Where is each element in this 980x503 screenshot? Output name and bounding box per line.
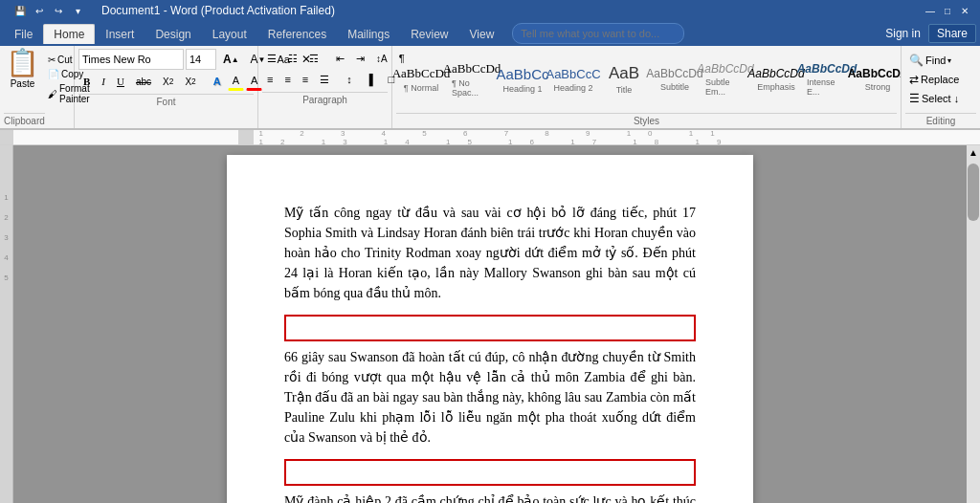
style-subtle-em-preview: AaBbCcDd: [697, 62, 753, 76]
subscript-button[interactable]: X2: [158, 74, 178, 90]
tell-me-input[interactable]: [512, 23, 684, 44]
style-subtitle-preview: AaBbCcDd: [646, 67, 702, 80]
scroll-up-arrow[interactable]: ▲: [967, 145, 980, 160]
style-title[interactable]: AaB Title: [599, 58, 649, 100]
page-content[interactable]: Mỹ tấn công ngay từ đầu và sau vài cơ hộ…: [284, 203, 696, 503]
tab-references[interactable]: References: [257, 24, 337, 44]
document-area: Mỹ tấn công ngay từ đầu và sau vài cơ hộ…: [13, 145, 967, 503]
empty-box-1[interactable]: [284, 315, 696, 341]
editing-section: 🔍 Find ▾ ⇄ Replace ☰ Select ↓ Editing: [902, 46, 980, 128]
numbering-btn[interactable]: ☷: [283, 50, 302, 68]
paste-button[interactable]: 📋 Paste: [4, 48, 41, 111]
font-name-input[interactable]: [78, 49, 184, 70]
document-page: Mỹ tấn công ngay từ đầu và sau vài cơ hộ…: [227, 155, 753, 503]
para-row2: ≡ ≡ ≡ ☰ ↕ ▌ □: [262, 70, 388, 89]
tab-review[interactable]: Review: [400, 24, 458, 44]
justify-btn[interactable]: ☰: [315, 71, 334, 89]
ribbon-tabs: File Home Insert Design Layout Reference…: [4, 24, 504, 44]
tab-file[interactable]: File: [4, 24, 43, 44]
style-no-spacing-preview: AaBbCcDd: [443, 61, 501, 77]
main-area: 12345 Mỹ tấn công ngay từ đầu và sau vài…: [0, 145, 980, 503]
multilevel-btn[interactable]: ☶: [304, 50, 323, 68]
align-left-btn[interactable]: ≡: [262, 71, 278, 88]
paste-label: Paste: [11, 78, 35, 89]
editing-label: Editing: [905, 113, 976, 126]
find-chevron: ▾: [947, 56, 951, 65]
menu-bar-right: Sign in Share: [885, 24, 976, 43]
vertical-ruler: 12345: [0, 145, 13, 503]
more-qat-btn[interactable]: ▾: [69, 2, 86, 19]
line-spacing-btn[interactable]: ↕: [342, 71, 357, 88]
paste-icon: 📋: [6, 50, 39, 77]
style-title-preview: AaB: [609, 64, 639, 83]
undo-btn[interactable]: ↩: [31, 2, 48, 19]
font-section-label: Font: [78, 94, 254, 107]
style-emphasis[interactable]: AaBbCcDd Emphasis: [751, 58, 801, 100]
replace-icon: ⇄: [909, 73, 919, 86]
paragraph-2: 66 giây sau Swanson đã hoàn tất cú đúp, …: [284, 347, 696, 448]
style-subtle-em[interactable]: AaBbCcDd Subtle Em...: [701, 58, 750, 100]
replace-button[interactable]: ⇄ Replace: [905, 71, 976, 88]
para-row1: ☰ ☷ ☶ ⇤ ⇥ ↕A ¶: [262, 49, 388, 68]
styles-section: AaBbCcDd ¶ Normal AaBbCcDd ¶ No Spac... …: [392, 46, 902, 128]
restore-btn[interactable]: □: [940, 3, 955, 18]
style-subtitle[interactable]: AaBbCcDd Subtitle: [650, 58, 700, 100]
align-right-btn[interactable]: ≡: [298, 71, 313, 88]
paragraph-section: ☰ ☷ ☶ ⇤ ⇥ ↕A ¶ ≡ ≡ ≡ ☰ ↕ ▌ □ Paragraph: [258, 46, 392, 128]
strikethrough-button[interactable]: abc: [131, 74, 156, 90]
text-highlight-btn[interactable]: A: [228, 72, 244, 91]
superscript-button[interactable]: X2: [180, 74, 200, 90]
select-icon: ☰: [909, 92, 920, 105]
ribbon: 📋 Paste ✂ Cut 📄 Copy 🖌 Format Painter Cl…: [0, 46, 980, 130]
empty-box-2[interactable]: [284, 459, 696, 486]
tab-layout[interactable]: Layout: [202, 24, 257, 44]
decrease-indent-btn[interactable]: ⇤: [331, 50, 349, 68]
style-normal[interactable]: AaBbCcDd ¶ Normal: [396, 58, 446, 100]
center-btn[interactable]: ≡: [279, 71, 295, 88]
style-heading2-preview: AaBbCcC: [546, 67, 600, 81]
sign-in-link[interactable]: Sign in: [885, 27, 921, 40]
redo-btn[interactable]: ↪: [50, 2, 67, 19]
paragraph-3: Mỹ đành cả hiệp 2 đã cầm chứng chỉ để bả…: [284, 492, 696, 503]
find-icon: 🔍: [909, 54, 924, 67]
style-no-spacing[interactable]: AaBbCcDd ¶ No Spac...: [447, 58, 497, 100]
tab-insert[interactable]: Insert: [95, 24, 145, 44]
title-text: Document1 - Word (Product Activation Fai…: [101, 4, 335, 17]
font-section: A▲ A▼ Aa ✕ B I U abc X2 X2 A A A Font: [75, 46, 258, 128]
style-heading2[interactable]: AaBbCcC Heading 2: [548, 58, 598, 100]
save-btn[interactable]: 💾: [11, 2, 29, 19]
tab-view[interactable]: View: [459, 24, 505, 44]
share-btn[interactable]: Share: [928, 24, 976, 43]
scroll-thumb[interactable]: [968, 164, 979, 221]
increase-indent-btn[interactable]: ⇥: [351, 50, 369, 68]
clipboard-label: Clipboard: [4, 113, 45, 126]
menu-bar: File Home Insert Design Layout Reference…: [0, 21, 980, 46]
increase-font-btn[interactable]: A▲: [218, 50, 244, 69]
close-btn[interactable]: ✕: [957, 3, 972, 18]
select-button[interactable]: ☰ Select ↓: [905, 90, 976, 107]
sort-btn[interactable]: ↕A: [371, 51, 392, 67]
ribbon-main-row: 📋 Paste ✂ Cut 📄 Copy 🖌 Format Painter Cl…: [0, 46, 980, 130]
shading-btn[interactable]: ▌: [365, 71, 382, 88]
tab-home[interactable]: Home: [43, 24, 95, 44]
style-strong-preview: AaBbCcDd: [848, 67, 902, 80]
style-heading1[interactable]: AaBbCc Heading 1: [498, 58, 547, 100]
style-normal-preview: AaBbCcDd: [392, 66, 450, 81]
style-strong[interactable]: AaBbCcDd Strong: [853, 58, 902, 100]
ruler-inner: 1 2 3 4 5 6 7 8 9 10 11 12 13 14 15 16 1…: [232, 130, 758, 145]
find-button[interactable]: 🔍 Find ▾: [905, 52, 976, 69]
paragraph-section-label: Paragraph: [262, 92, 388, 105]
bullets-btn[interactable]: ☰: [262, 50, 281, 68]
styles-section-label: Styles: [396, 113, 897, 126]
underline-button[interactable]: U: [112, 73, 129, 90]
minimize-btn[interactable]: —: [923, 3, 938, 18]
title-bar: 💾 ↩ ↪ ▾ Document1 - Word (Product Activa…: [0, 0, 980, 21]
text-effects-btn[interactable]: A: [209, 73, 226, 90]
italic-button[interactable]: I: [97, 73, 110, 90]
style-intense-em[interactable]: AaBbCcDd Intense E...: [802, 58, 852, 100]
scrollbar[interactable]: ▲ ▼: [967, 145, 980, 503]
font-size-input[interactable]: [186, 49, 216, 70]
tab-design[interactable]: Design: [145, 24, 201, 44]
tab-mailings[interactable]: Mailings: [337, 24, 400, 44]
bold-button[interactable]: B: [78, 73, 95, 90]
